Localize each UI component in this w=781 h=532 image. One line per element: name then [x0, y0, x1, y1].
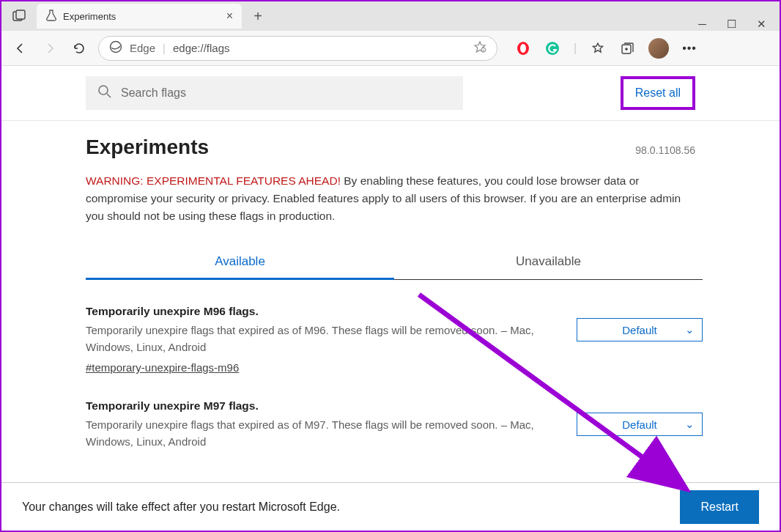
flag-select[interactable]: Default ⌄ — [577, 318, 703, 341]
search-icon — [97, 84, 112, 102]
restart-bar: Your changes will take effect after you … — [1, 482, 780, 531]
browser-tab[interactable]: Experiments × — [37, 4, 242, 29]
address-bar[interactable]: Edge | edge://flags + — [98, 36, 497, 61]
tab-title: Experiments — [63, 11, 116, 22]
favorites-button[interactable] — [590, 40, 606, 56]
flag-description: Temporarily unexpire flags that expired … — [86, 322, 562, 355]
new-tab-button[interactable]: + — [246, 8, 270, 25]
collections-button[interactable] — [619, 40, 635, 56]
menu-button[interactable]: ••• — [682, 42, 697, 55]
flag-title: Temporarily unexpire M96 flags. — [86, 305, 562, 318]
tab-available[interactable]: Available — [86, 245, 394, 280]
extension-opera-icon[interactable] — [515, 40, 531, 56]
tabs-row: Available Unavailable — [86, 245, 703, 280]
flag-item: Temporarily unexpire M97 flags. Temporar… — [86, 399, 703, 450]
restart-message: Your changes will take effect after you … — [22, 500, 340, 514]
reset-all-button[interactable]: Reset all — [625, 81, 691, 106]
flag-anchor-link[interactable]: #temporary-unexpire-flags-m96 — [86, 361, 239, 374]
back-button[interactable] — [10, 38, 31, 59]
restart-button[interactable]: Restart — [680, 490, 759, 524]
flag-description: Temporarily unexpire flags that expired … — [86, 417, 562, 450]
favorite-button[interactable]: + — [473, 40, 486, 56]
flag-title: Temporarily unexpire M97 flags. — [86, 399, 562, 413]
address-prefix: Edge — [130, 42, 155, 54]
address-url: edge://flags — [173, 42, 230, 54]
tab-unavailable[interactable]: Unavailable — [394, 245, 703, 279]
close-tab-button[interactable]: × — [226, 10, 233, 23]
version-label: 98.0.1108.56 — [635, 144, 695, 156]
svg-point-6 — [520, 44, 526, 53]
flag-select[interactable]: Default ⌄ — [577, 413, 703, 436]
svg-rect-1 — [16, 10, 25, 19]
close-window-button[interactable]: ✕ — [757, 18, 766, 31]
titlebar: Experiments × + ─ ☐ ✕ — [1, 1, 780, 31]
page-title: Experiments — [86, 136, 209, 159]
svg-text:+: + — [483, 48, 485, 52]
chevron-down-icon: ⌄ — [685, 323, 695, 336]
edge-logo-icon — [109, 40, 122, 56]
forward-button[interactable] — [40, 38, 60, 59]
search-flags-input[interactable]: Search flags — [86, 76, 463, 110]
minimize-button[interactable]: ─ — [698, 18, 706, 30]
extension-grammarly-icon[interactable] — [544, 40, 560, 56]
svg-point-9 — [99, 86, 108, 95]
search-placeholder: Search flags — [121, 86, 186, 100]
browser-toolbar: Edge | edge://flags + | ••• — [1, 31, 780, 66]
profile-avatar[interactable] — [648, 38, 669, 59]
tab-actions-button[interactable] — [4, 4, 34, 28]
chevron-down-icon: ⌄ — [685, 418, 695, 431]
warning-text: WARNING: EXPERIMENTAL FEATURES AHEAD! By… — [86, 172, 695, 225]
reset-all-highlight: Reset all — [621, 76, 695, 110]
maximize-button[interactable]: ☐ — [727, 18, 736, 31]
flask-icon — [45, 10, 57, 23]
refresh-button[interactable] — [69, 38, 89, 59]
flag-item: Temporarily unexpire M96 flags. Temporar… — [86, 305, 703, 374]
page-content: Search flags Reset all Experiments 98.0.… — [1, 66, 780, 482]
